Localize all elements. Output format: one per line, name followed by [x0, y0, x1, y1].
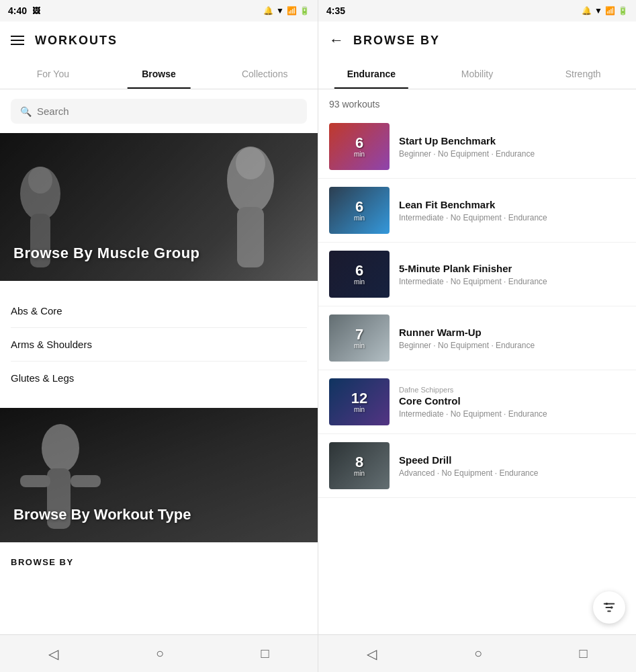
left-nav-bottom: ◁ ○ □ — [0, 634, 318, 672]
hero-workout-type[interactable]: Browse By Workout Type — [0, 408, 318, 542]
bell-icon: 🔔 — [263, 6, 273, 15]
right-page-title: BROWSE BY — [353, 34, 440, 48]
search-icon: 🔍 — [20, 106, 32, 117]
workout-name-2: Lean Fit Benchmark — [399, 199, 625, 210]
filter-fab-button[interactable] — [593, 591, 625, 624]
workout-thumb-3: 6 min — [329, 251, 390, 298]
hamburger-menu[interactable] — [11, 36, 24, 45]
tab-strength[interactable]: Strength — [530, 59, 636, 89]
tab-for-you[interactable]: For You — [0, 59, 106, 89]
left-tabs: For You Browse Collections — [0, 59, 318, 89]
workout-meta-4: Beginner · No Equipment · Endurance — [399, 341, 625, 350]
browse-by-stub-text: BROWSE BY — [11, 557, 74, 567]
workout-name-1: Start Up Benchmark — [399, 135, 625, 146]
workout-meta-3: Intermediate · No Equipment · Endurance — [399, 277, 625, 286]
svg-point-14 — [610, 606, 613, 609]
workout-item[interactable]: 7 min Runner Warm-Up Beginner · No Equip… — [318, 306, 636, 370]
hero-workout-type-title: Browse By Workout Type — [13, 506, 191, 523]
workout-name-3: 5-Minute Plank Finisher — [399, 263, 625, 274]
workout-info-3: 5-Minute Plank Finisher Intermediate · N… — [399, 263, 625, 286]
workout-info-6: Speed Drill Advanced · No Equipment · En… — [399, 454, 625, 478]
muscle-group-abs-core[interactable]: Abs & Core — [11, 294, 307, 328]
svg-point-5 — [236, 147, 265, 179]
workout-meta-6: Advanced · No Equipment · Endurance — [399, 468, 625, 478]
home-nav-icon-left[interactable]: ○ — [156, 646, 164, 661]
svg-point-2 — [28, 167, 52, 194]
back-nav-icon-right[interactable]: ◁ — [367, 646, 377, 662]
hamburger-line-2 — [11, 40, 24, 41]
left-status-bar: 4:40 🖼 🔔 ▼ 📶 🔋 — [0, 0, 318, 22]
tab-endurance[interactable]: Endurance — [318, 59, 424, 89]
back-button[interactable]: ← — [329, 32, 344, 49]
left-photo-icon: 🖼 — [32, 6, 40, 15]
hamburger-line-1 — [11, 36, 24, 37]
back-nav-icon-left[interactable]: ◁ — [48, 646, 58, 662]
workout-info-5: Dafne Schippers Core Control Intermediat… — [399, 386, 625, 419]
workout-meta-1: Beginner · No Equipment · Endurance — [399, 149, 625, 159]
thumb-min-6: 8 min — [354, 455, 365, 477]
search-bar: 🔍 — [0, 89, 318, 133]
battery-icon: 🔋 — [300, 6, 310, 15]
left-app-header: WORKOUTS — [0, 22, 318, 59]
workout-list: 6 min Start Up Benchmark Beginner · No E… — [318, 115, 636, 634]
workout-info-4: Runner Warm-Up Beginner · No Equipment ·… — [399, 327, 625, 350]
muscle-groups-list: Abs & Core Arms & Shoulders Glutes & Leg… — [0, 281, 318, 408]
workout-meta-5: Intermediate · No Equipment · Endurance — [399, 409, 625, 419]
thumb-min-5: 12 min — [351, 391, 367, 413]
right-nav-bottom: ◁ ○ □ — [318, 634, 636, 672]
workout-count: 93 workouts — [318, 89, 636, 115]
workout-item[interactable]: 6 min Lean Fit Benchmark Intermediate · … — [318, 179, 636, 243]
right-battery-icon: 🔋 — [618, 6, 628, 15]
left-panel: 4:40 🖼 🔔 ▼ 📶 🔋 WORKOUTS For You Browse C… — [0, 0, 318, 672]
recent-nav-icon-left[interactable]: □ — [261, 646, 269, 661]
workout-thumb-2: 6 min — [329, 187, 390, 234]
workout-item[interactable]: 6 min Start Up Benchmark Beginner · No E… — [318, 115, 636, 179]
svg-rect-8 — [20, 475, 50, 487]
thumb-min-4: 7 min — [354, 327, 365, 349]
svg-point-13 — [606, 603, 608, 605]
right-signal-icon: 📶 — [605, 6, 615, 15]
hero-muscle-group[interactable]: Browse By Muscle Group — [0, 133, 318, 281]
workout-thumb-4: 7 min — [329, 314, 390, 362]
hero-muscle-group-title: Browse By Muscle Group — [13, 245, 200, 262]
right-app-header: ← BROWSE BY — [318, 22, 636, 59]
signal-icon: 📶 — [287, 6, 297, 15]
right-panel: 4:35 🔔 ▼ 📶 🔋 ← BROWSE BY Endurance Mobil… — [318, 0, 636, 672]
svg-rect-9 — [71, 475, 101, 487]
left-status-icons: 🔔 ▼ 📶 🔋 — [263, 6, 310, 15]
browse-by-stub: BROWSE BY — [0, 542, 318, 573]
workout-item[interactable]: 8 min Speed Drill Advanced · No Equipmen… — [318, 434, 636, 498]
workout-name-4: Runner Warm-Up — [399, 327, 625, 338]
svg-rect-4 — [237, 207, 264, 267]
tab-browse[interactable]: Browse — [106, 59, 212, 89]
right-status-bar: 4:35 🔔 ▼ 📶 🔋 — [318, 0, 636, 22]
thumb-min-1: 6 min — [354, 136, 365, 158]
workout-info-1: Start Up Benchmark Beginner · No Equipme… — [399, 135, 625, 159]
svg-point-6 — [42, 424, 79, 472]
right-bell-icon: 🔔 — [582, 6, 592, 15]
search-input-wrap[interactable]: 🔍 — [11, 99, 307, 124]
workout-item[interactable]: 6 min 5-Minute Plank Finisher Intermedia… — [318, 243, 636, 306]
tab-mobility[interactable]: Mobility — [424, 59, 531, 89]
right-status-icons: 🔔 ▼ 📶 🔋 — [582, 6, 628, 15]
muscle-group-arms-shoulders[interactable]: Arms & Shoulders — [11, 328, 307, 362]
tab-collections[interactable]: Collections — [212, 59, 318, 89]
recent-nav-icon-right[interactable]: □ — [580, 646, 588, 661]
workout-thumb-5: 12 min — [329, 378, 390, 425]
workout-item[interactable]: 12 min Dafne Schippers Core Control Inte… — [318, 370, 636, 434]
workout-info-2: Lean Fit Benchmark Intermediate · No Equ… — [399, 199, 625, 222]
workout-meta-2: Intermediate · No Equipment · Endurance — [399, 213, 625, 222]
right-browse-tabs: Endurance Mobility Strength — [318, 59, 636, 89]
right-panel-wrapper: 6 min Start Up Benchmark Beginner · No E… — [318, 115, 636, 672]
search-input[interactable] — [37, 106, 298, 117]
thumb-min-2: 6 min — [354, 200, 365, 222]
workout-trainer-5: Dafne Schippers — [399, 386, 625, 394]
right-time: 4:35 — [326, 5, 345, 16]
right-wifi-icon: ▼ — [594, 6, 602, 15]
app-title: WORKOUTS — [35, 34, 118, 48]
workout-name-5: Core Control — [399, 395, 625, 407]
workout-thumb-6: 8 min — [329, 442, 390, 489]
workout-thumb-1: 6 min — [329, 123, 390, 170]
muscle-group-glutes-legs[interactable]: Glutes & Legs — [11, 362, 307, 394]
home-nav-icon-right[interactable]: ○ — [474, 646, 482, 661]
